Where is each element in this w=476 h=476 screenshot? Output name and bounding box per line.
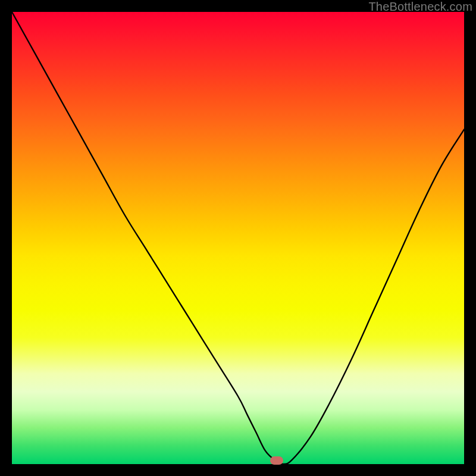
optimal-point-marker	[270, 456, 283, 465]
bottleneck-curve	[12, 12, 464, 464]
chart-frame: TheBottleneck.com	[0, 0, 476, 476]
plot-area	[12, 12, 464, 464]
